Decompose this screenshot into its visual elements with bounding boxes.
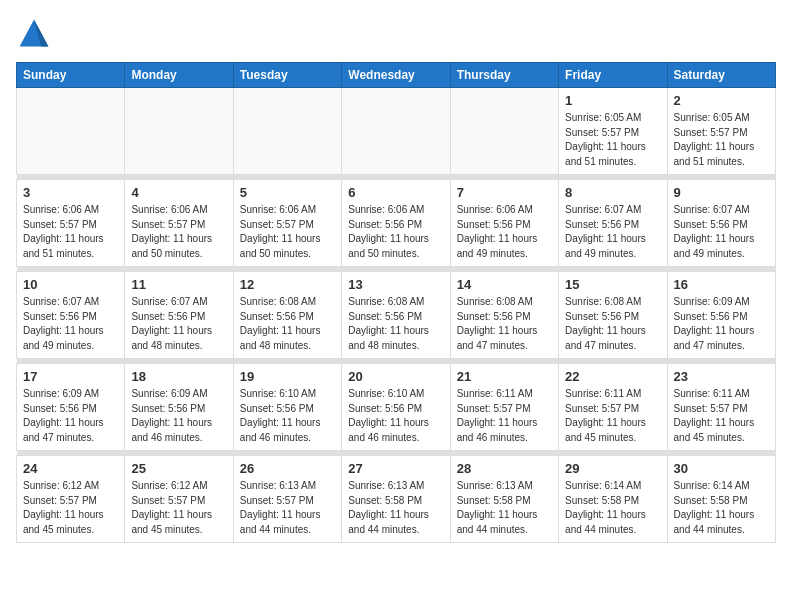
calendar-cell: 29Sunrise: 6:14 AMSunset: 5:58 PMDayligh…	[559, 456, 667, 543]
weekday-header-thursday: Thursday	[450, 63, 558, 88]
day-info: Sunrise: 6:08 AMSunset: 5:56 PMDaylight:…	[565, 295, 660, 353]
calendar-cell	[342, 88, 450, 175]
day-number: 16	[674, 277, 769, 292]
day-info: Sunrise: 6:09 AMSunset: 5:56 PMDaylight:…	[674, 295, 769, 353]
day-info: Sunrise: 6:14 AMSunset: 5:58 PMDaylight:…	[565, 479, 660, 537]
calendar-cell: 10Sunrise: 6:07 AMSunset: 5:56 PMDayligh…	[17, 272, 125, 359]
day-info: Sunrise: 6:12 AMSunset: 5:57 PMDaylight:…	[23, 479, 118, 537]
weekday-header-saturday: Saturday	[667, 63, 775, 88]
day-info: Sunrise: 6:13 AMSunset: 5:58 PMDaylight:…	[348, 479, 443, 537]
week-row-5: 24Sunrise: 6:12 AMSunset: 5:57 PMDayligh…	[17, 456, 776, 543]
calendar-header: SundayMondayTuesdayWednesdayThursdayFrid…	[17, 63, 776, 88]
day-info: Sunrise: 6:07 AMSunset: 5:56 PMDaylight:…	[565, 203, 660, 261]
day-info: Sunrise: 6:11 AMSunset: 5:57 PMDaylight:…	[565, 387, 660, 445]
calendar-table: SundayMondayTuesdayWednesdayThursdayFrid…	[16, 62, 776, 543]
day-number: 23	[674, 369, 769, 384]
day-number: 11	[131, 277, 226, 292]
day-number: 30	[674, 461, 769, 476]
day-number: 19	[240, 369, 335, 384]
calendar-cell: 23Sunrise: 6:11 AMSunset: 5:57 PMDayligh…	[667, 364, 775, 451]
day-number: 27	[348, 461, 443, 476]
day-info: Sunrise: 6:07 AMSunset: 5:56 PMDaylight:…	[674, 203, 769, 261]
day-info: Sunrise: 6:11 AMSunset: 5:57 PMDaylight:…	[674, 387, 769, 445]
weekday-header-wednesday: Wednesday	[342, 63, 450, 88]
calendar-cell: 16Sunrise: 6:09 AMSunset: 5:56 PMDayligh…	[667, 272, 775, 359]
day-number: 10	[23, 277, 118, 292]
day-number: 29	[565, 461, 660, 476]
calendar-cell: 4Sunrise: 6:06 AMSunset: 5:57 PMDaylight…	[125, 180, 233, 267]
week-row-1: 1Sunrise: 6:05 AMSunset: 5:57 PMDaylight…	[17, 88, 776, 175]
page-header	[16, 16, 776, 52]
day-info: Sunrise: 6:11 AMSunset: 5:57 PMDaylight:…	[457, 387, 552, 445]
weekday-header-sunday: Sunday	[17, 63, 125, 88]
day-number: 3	[23, 185, 118, 200]
calendar-cell: 2Sunrise: 6:05 AMSunset: 5:57 PMDaylight…	[667, 88, 775, 175]
calendar-cell: 15Sunrise: 6:08 AMSunset: 5:56 PMDayligh…	[559, 272, 667, 359]
day-info: Sunrise: 6:07 AMSunset: 5:56 PMDaylight:…	[23, 295, 118, 353]
calendar-cell: 9Sunrise: 6:07 AMSunset: 5:56 PMDaylight…	[667, 180, 775, 267]
day-number: 1	[565, 93, 660, 108]
day-info: Sunrise: 6:08 AMSunset: 5:56 PMDaylight:…	[348, 295, 443, 353]
day-info: Sunrise: 6:07 AMSunset: 5:56 PMDaylight:…	[131, 295, 226, 353]
week-row-4: 17Sunrise: 6:09 AMSunset: 5:56 PMDayligh…	[17, 364, 776, 451]
day-number: 2	[674, 93, 769, 108]
day-number: 13	[348, 277, 443, 292]
day-info: Sunrise: 6:06 AMSunset: 5:56 PMDaylight:…	[457, 203, 552, 261]
calendar-cell: 5Sunrise: 6:06 AMSunset: 5:57 PMDaylight…	[233, 180, 341, 267]
day-info: Sunrise: 6:06 AMSunset: 5:57 PMDaylight:…	[240, 203, 335, 261]
day-number: 17	[23, 369, 118, 384]
calendar-cell	[125, 88, 233, 175]
day-number: 14	[457, 277, 552, 292]
day-number: 9	[674, 185, 769, 200]
calendar-cell: 14Sunrise: 6:08 AMSunset: 5:56 PMDayligh…	[450, 272, 558, 359]
calendar-cell: 7Sunrise: 6:06 AMSunset: 5:56 PMDaylight…	[450, 180, 558, 267]
weekday-header-row: SundayMondayTuesdayWednesdayThursdayFrid…	[17, 63, 776, 88]
day-info: Sunrise: 6:13 AMSunset: 5:58 PMDaylight:…	[457, 479, 552, 537]
weekday-header-tuesday: Tuesday	[233, 63, 341, 88]
day-info: Sunrise: 6:08 AMSunset: 5:56 PMDaylight:…	[457, 295, 552, 353]
day-info: Sunrise: 6:05 AMSunset: 5:57 PMDaylight:…	[565, 111, 660, 169]
calendar-cell	[17, 88, 125, 175]
calendar-cell: 12Sunrise: 6:08 AMSunset: 5:56 PMDayligh…	[233, 272, 341, 359]
calendar-cell: 3Sunrise: 6:06 AMSunset: 5:57 PMDaylight…	[17, 180, 125, 267]
day-info: Sunrise: 6:13 AMSunset: 5:57 PMDaylight:…	[240, 479, 335, 537]
calendar-cell: 30Sunrise: 6:14 AMSunset: 5:58 PMDayligh…	[667, 456, 775, 543]
calendar-cell	[233, 88, 341, 175]
calendar-cell: 26Sunrise: 6:13 AMSunset: 5:57 PMDayligh…	[233, 456, 341, 543]
calendar-cell: 25Sunrise: 6:12 AMSunset: 5:57 PMDayligh…	[125, 456, 233, 543]
calendar-cell	[450, 88, 558, 175]
calendar-cell: 22Sunrise: 6:11 AMSunset: 5:57 PMDayligh…	[559, 364, 667, 451]
day-number: 24	[23, 461, 118, 476]
calendar-cell: 21Sunrise: 6:11 AMSunset: 5:57 PMDayligh…	[450, 364, 558, 451]
day-info: Sunrise: 6:05 AMSunset: 5:57 PMDaylight:…	[674, 111, 769, 169]
day-info: Sunrise: 6:12 AMSunset: 5:57 PMDaylight:…	[131, 479, 226, 537]
calendar-cell: 1Sunrise: 6:05 AMSunset: 5:57 PMDaylight…	[559, 88, 667, 175]
calendar-cell: 13Sunrise: 6:08 AMSunset: 5:56 PMDayligh…	[342, 272, 450, 359]
day-info: Sunrise: 6:09 AMSunset: 5:56 PMDaylight:…	[23, 387, 118, 445]
calendar-body: 1Sunrise: 6:05 AMSunset: 5:57 PMDaylight…	[17, 88, 776, 543]
day-number: 8	[565, 185, 660, 200]
day-info: Sunrise: 6:06 AMSunset: 5:57 PMDaylight:…	[23, 203, 118, 261]
calendar-cell: 18Sunrise: 6:09 AMSunset: 5:56 PMDayligh…	[125, 364, 233, 451]
day-info: Sunrise: 6:06 AMSunset: 5:56 PMDaylight:…	[348, 203, 443, 261]
day-info: Sunrise: 6:10 AMSunset: 5:56 PMDaylight:…	[348, 387, 443, 445]
calendar-cell: 20Sunrise: 6:10 AMSunset: 5:56 PMDayligh…	[342, 364, 450, 451]
calendar-cell: 28Sunrise: 6:13 AMSunset: 5:58 PMDayligh…	[450, 456, 558, 543]
day-info: Sunrise: 6:06 AMSunset: 5:57 PMDaylight:…	[131, 203, 226, 261]
day-number: 4	[131, 185, 226, 200]
calendar-cell: 8Sunrise: 6:07 AMSunset: 5:56 PMDaylight…	[559, 180, 667, 267]
day-info: Sunrise: 6:10 AMSunset: 5:56 PMDaylight:…	[240, 387, 335, 445]
day-number: 15	[565, 277, 660, 292]
day-number: 6	[348, 185, 443, 200]
day-number: 25	[131, 461, 226, 476]
day-number: 21	[457, 369, 552, 384]
day-info: Sunrise: 6:08 AMSunset: 5:56 PMDaylight:…	[240, 295, 335, 353]
day-number: 22	[565, 369, 660, 384]
day-number: 7	[457, 185, 552, 200]
day-info: Sunrise: 6:14 AMSunset: 5:58 PMDaylight:…	[674, 479, 769, 537]
day-number: 20	[348, 369, 443, 384]
calendar-cell: 17Sunrise: 6:09 AMSunset: 5:56 PMDayligh…	[17, 364, 125, 451]
day-number: 5	[240, 185, 335, 200]
logo	[16, 16, 58, 52]
calendar-cell: 19Sunrise: 6:10 AMSunset: 5:56 PMDayligh…	[233, 364, 341, 451]
